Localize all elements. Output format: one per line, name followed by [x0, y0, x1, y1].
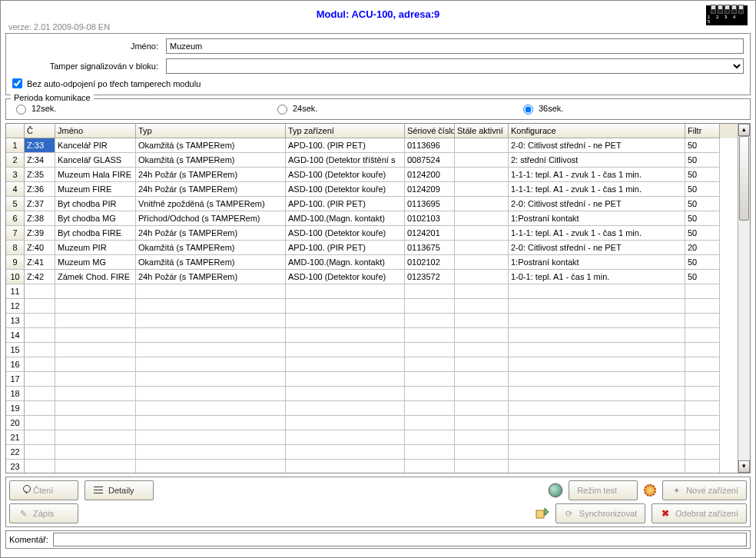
cell-filtr[interactable]: 50	[685, 270, 720, 284]
row-number[interactable]: 3	[6, 168, 25, 182]
row-number[interactable]: 16	[6, 357, 25, 372]
cell-ser[interactable]: 0113675	[405, 241, 455, 255]
cell-c[interactable]	[25, 401, 55, 416]
cell-typ[interactable]	[136, 372, 286, 387]
cell-tzar[interactable]: APD-100. (PIR PET)	[286, 197, 405, 211]
cell-stale[interactable]	[455, 284, 509, 299]
row-number[interactable]: 7	[6, 226, 25, 241]
table-row[interactable]: 6Z:38Byt chodba MGPříchod/Odchod (s TAMP…	[6, 211, 738, 226]
cell-ser[interactable]	[405, 445, 455, 460]
cell-name[interactable]: Kancelář GLASS	[55, 153, 136, 168]
row-number[interactable]: 5	[6, 197, 25, 211]
table-row[interactable]: 11	[6, 284, 738, 299]
row-number[interactable]: 19	[6, 401, 25, 416]
cell-filtr[interactable]	[685, 445, 720, 460]
col-filtr[interactable]: Filtr	[685, 124, 720, 138]
col-c[interactable]: Č	[25, 124, 55, 138]
cell-konf[interactable]: 1-1-1: tepl. A1 - zvuk 1 - čas 1 min.	[509, 182, 685, 197]
cell-typ[interactable]	[136, 445, 286, 460]
cell-name[interactable]: Zámek Chod. FIRE	[55, 270, 136, 284]
sync-button[interactable]: ⟳ Synchronizovat	[555, 503, 645, 523]
cell-filtr[interactable]: 50	[685, 138, 720, 153]
row-number[interactable]: 17	[6, 372, 25, 387]
cell-konf[interactable]: 2: střední Citlivost	[509, 153, 685, 168]
table-row[interactable]: 14	[6, 328, 738, 343]
col-tzar[interactable]: Typ zařízení	[286, 124, 405, 138]
cell-name[interactable]: Byt chodba MG	[55, 211, 136, 226]
cell-filtr[interactable]	[685, 401, 720, 416]
cell-typ[interactable]: 24h Požár (s TAMPERem)	[136, 168, 286, 182]
cell-filtr[interactable]	[685, 357, 720, 372]
table-row[interactable]: 2Z:34Kancelář GLASSOkamžitá (s TAMPERem)…	[6, 153, 738, 168]
cell-name[interactable]	[55, 445, 136, 460]
cell-ser[interactable]	[405, 430, 455, 445]
cell-typ[interactable]: 24h Požár (s TAMPERem)	[136, 182, 286, 197]
cell-typ[interactable]	[136, 314, 286, 328]
cell-c[interactable]	[25, 314, 55, 328]
cell-filtr[interactable]	[685, 299, 720, 314]
period-24-radio[interactable]	[277, 105, 287, 115]
table-row[interactable]: 13	[6, 314, 738, 328]
cell-konf[interactable]: 1-0-1: tepl. A1 - čas 1 min.	[509, 270, 685, 284]
table-row[interactable]: 22	[6, 445, 738, 460]
cell-konf[interactable]	[509, 299, 685, 314]
cell-c[interactable]	[25, 387, 55, 401]
cell-konf[interactable]	[509, 314, 685, 328]
row-number[interactable]: 11	[6, 284, 25, 299]
cell-ser[interactable]: 0124201	[405, 226, 455, 241]
write-button[interactable]: ✎ Zápis	[9, 503, 78, 523]
cell-c[interactable]: Z:42	[25, 270, 55, 284]
cell-stale[interactable]	[455, 241, 509, 255]
auto-disconnect-checkbox[interactable]	[12, 78, 22, 88]
cell-typ[interactable]	[136, 401, 286, 416]
period-24-option[interactable]: 24sek.	[274, 102, 519, 115]
row-number[interactable]: 21	[6, 430, 25, 445]
table-row[interactable]: 8Z:40Muzeum PIROkamžitá (s TAMPERem)APD-…	[6, 241, 738, 255]
cell-typ[interactable]	[136, 357, 286, 372]
row-number[interactable]: 15	[6, 343, 25, 357]
cell-c[interactable]: Z:38	[25, 211, 55, 226]
cell-typ[interactable]	[136, 328, 286, 343]
table-row[interactable]: 1Z:33Kancelář PIROkamžitá (s TAMPERem)AP…	[6, 138, 738, 153]
row-number[interactable]: 4	[6, 182, 25, 197]
cell-stale[interactable]	[455, 357, 509, 372]
cell-name[interactable]	[55, 343, 136, 357]
col-typ[interactable]: Typ	[136, 124, 286, 138]
name-input[interactable]	[166, 38, 744, 54]
cell-c[interactable]: Z:36	[25, 182, 55, 197]
cell-konf[interactable]	[509, 430, 685, 445]
cell-stale[interactable]	[455, 314, 509, 328]
cell-c[interactable]	[25, 460, 55, 473]
cell-ser[interactable]	[405, 401, 455, 416]
cell-stale[interactable]	[455, 153, 509, 168]
table-row[interactable]: 9Z:41Muzeum MGOkamžitá (s TAMPERem)AMD-1…	[6, 255, 738, 270]
row-number[interactable]: 22	[6, 445, 25, 460]
cell-tzar[interactable]	[286, 372, 405, 387]
row-number[interactable]: 1	[6, 138, 25, 153]
cell-c[interactable]: Z:33	[25, 138, 55, 153]
cell-name[interactable]	[55, 328, 136, 343]
cell-tzar[interactable]: ASD-100 (Detektor kouře)	[286, 270, 405, 284]
col-name[interactable]: Jméno	[55, 124, 136, 138]
table-row[interactable]: 20	[6, 416, 738, 430]
cell-typ[interactable]	[136, 387, 286, 401]
cell-name[interactable]: Muzeum PIR	[55, 241, 136, 255]
col-ser[interactable]: Sériové číslo	[405, 124, 455, 138]
cell-stale[interactable]	[455, 460, 509, 473]
row-number[interactable]: 14	[6, 328, 25, 343]
cell-tzar[interactable]	[286, 387, 405, 401]
cell-ser[interactable]: 0113696	[405, 138, 455, 153]
scroll-up-icon[interactable]: ▴	[738, 124, 750, 136]
row-number[interactable]: 20	[6, 416, 25, 430]
cell-filtr[interactable]: 50	[685, 168, 720, 182]
cell-ser[interactable]: 0123572	[405, 270, 455, 284]
table-row[interactable]: 19	[6, 401, 738, 416]
cell-konf[interactable]	[509, 372, 685, 387]
cell-konf[interactable]	[509, 387, 685, 401]
cell-tzar[interactable]	[286, 328, 405, 343]
period-36-option[interactable]: 36sek.	[519, 102, 563, 115]
cell-filtr[interactable]: 20	[685, 241, 720, 255]
cell-name[interactable]	[55, 284, 136, 299]
cell-c[interactable]: Z:35	[25, 168, 55, 182]
cell-name[interactable]	[55, 401, 136, 416]
